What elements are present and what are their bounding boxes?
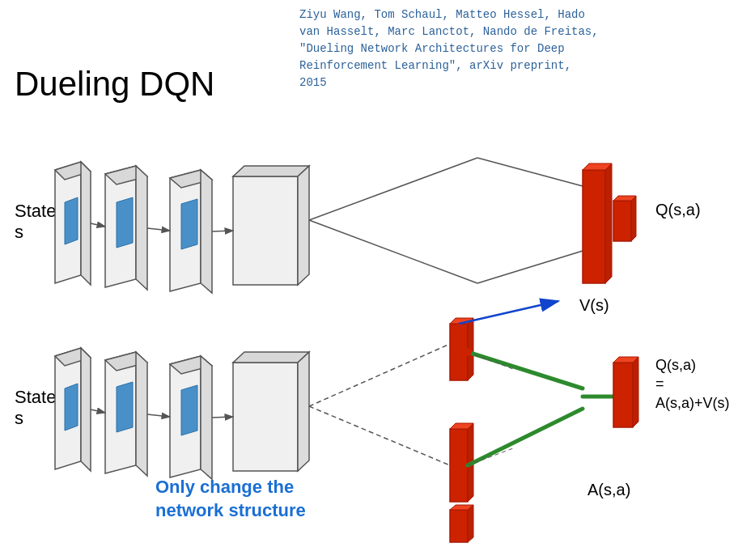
svg-marker-40 (298, 352, 309, 471)
red-bar-small-top (613, 201, 631, 241)
svg-line-43 (212, 417, 233, 418)
svg-marker-33 (117, 382, 133, 432)
svg-marker-28 (81, 348, 91, 471)
main-container: Dueling DQN Ziyu Wang, Tom Schaul, Matte… (0, 0, 738, 560)
input-panel-bottom (55, 348, 91, 471)
svg-line-17 (212, 231, 233, 231)
red-bar-top (583, 170, 605, 283)
red-bar-as-small (450, 510, 468, 542)
svg-line-21 (477, 251, 583, 283)
diagram-svg (0, 0, 738, 560)
svg-marker-36 (201, 356, 212, 479)
svg-marker-37 (181, 385, 197, 435)
svg-line-42 (147, 414, 170, 417)
input-panel-top (55, 162, 91, 285)
svg-marker-13 (233, 166, 309, 176)
svg-rect-38 (233, 363, 298, 471)
svg-line-15 (91, 223, 105, 227)
svg-line-44 (309, 344, 450, 406)
red-bar-as-main (450, 429, 468, 502)
vs-junction-dot (464, 348, 472, 356)
fc-top (233, 166, 309, 285)
svg-marker-32 (136, 352, 147, 476)
svg-marker-2 (81, 162, 91, 285)
svg-line-53 (468, 409, 583, 465)
svg-marker-11 (181, 199, 197, 249)
svg-line-41 (91, 409, 105, 413)
svg-line-45 (309, 406, 450, 465)
svg-marker-10 (201, 170, 212, 293)
svg-marker-29 (65, 384, 78, 431)
svg-marker-6 (136, 166, 147, 290)
svg-line-52 (468, 352, 583, 388)
svg-marker-7 (117, 197, 133, 248)
conv1-top (105, 166, 147, 290)
svg-marker-23 (605, 163, 612, 283)
conv1-bottom (105, 352, 147, 476)
svg-rect-12 (233, 176, 298, 285)
svg-line-18 (309, 158, 477, 220)
svg-marker-3 (65, 197, 78, 244)
svg-line-19 (309, 220, 477, 283)
conv2-bottom (170, 356, 212, 479)
red-bar-qsa-bottom (613, 363, 633, 427)
svg-line-59 (459, 301, 558, 324)
svg-line-16 (147, 228, 170, 231)
svg-marker-39 (233, 352, 309, 363)
svg-marker-56 (633, 357, 638, 427)
svg-line-20 (477, 158, 583, 186)
fc-bottom (233, 352, 309, 471)
svg-marker-51 (468, 505, 473, 542)
svg-marker-14 (298, 166, 309, 285)
conv2-top (170, 170, 212, 293)
svg-marker-25 (631, 196, 636, 241)
